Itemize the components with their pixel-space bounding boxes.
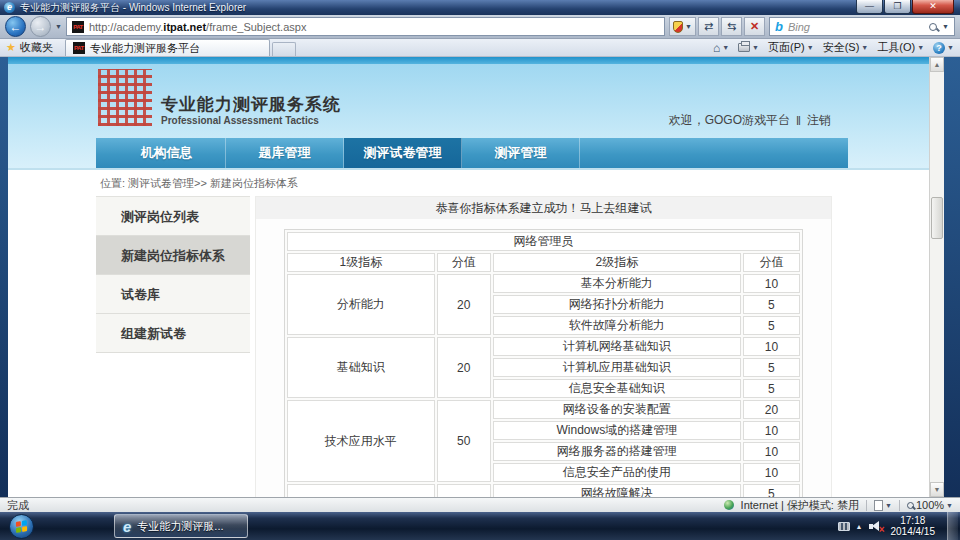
tab-favicon-icon: PAT (73, 42, 85, 54)
search-icon[interactable] (929, 23, 937, 31)
volume-muted-icon[interactable]: × (869, 521, 882, 532)
show-desktop-button[interactable] (947, 512, 958, 540)
level2-score-cell: 5 (743, 358, 800, 377)
page-menu[interactable]: 页面(P)▼ (768, 40, 814, 55)
taskbar: e 专业能力测评服... ▲ × 17:18 2014/4/15 (0, 512, 960, 540)
home-icon: ⌂ (713, 42, 720, 54)
window-titlebar: e 专业能力测评服务平台 - Windows Internet Explorer… (0, 0, 960, 15)
level2-indicator-cell: 信息安全基础知识 (493, 379, 741, 398)
level1-score-cell: 50 (437, 400, 491, 482)
sidebar-item-3[interactable]: 试卷库 (96, 275, 250, 314)
main-panel: 恭喜你指标体系建立成功！马上去组建试 网络管理员1级指标分值2级指标分值分析能力… (255, 196, 832, 497)
level2-score-cell: 10 (743, 421, 800, 440)
site-logo: 专业能力测评服务系统 Professional Assessment Tacti… (98, 69, 341, 126)
site-favicon-icon: PAT (72, 21, 84, 33)
status-divider (899, 500, 900, 511)
level1-indicator-cell: 技术应用水平 (287, 400, 435, 482)
address-bar: ← → ▼ PAT http://academy.itpat.net/frame… (0, 15, 960, 39)
table-row: 分析能力20基本分析能力10 (287, 274, 800, 293)
scroll-down-icon[interactable]: ▼ (930, 482, 944, 497)
taskbar-ie-button[interactable]: e 专业能力测评服... (114, 514, 248, 538)
url-input[interactable]: PAT http://academy.itpat.net/frame_Subje… (66, 17, 665, 36)
forward-button[interactable]: → (30, 16, 51, 37)
level2-indicator-cell: 软件故障分析能力 (493, 316, 741, 335)
web-page: 专业能力测评服务系统 Professional Assessment Tacti… (8, 57, 929, 497)
favorites-button[interactable]: 收藏夹 (20, 40, 53, 55)
help-button[interactable]: ?▼ (933, 42, 954, 54)
sidebar: 测评岗位列表新建岗位指标体系试卷库组建新试卷 (96, 196, 250, 353)
level2-indicator-cell: 网络设备的安装配置 (493, 400, 741, 419)
compatibility-view-button[interactable]: ⇆ (721, 17, 742, 36)
site-header: 专业能力测评服务系统 Professional Assessment Tacti… (8, 64, 929, 138)
logout-link[interactable]: 注销 (807, 112, 831, 129)
maximize-button[interactable]: ❐ (884, 0, 911, 14)
level1-score-cell: 20 (437, 274, 491, 335)
level2-score-cell: 10 (743, 442, 800, 461)
ie-logo-icon: e (4, 2, 15, 13)
security-shield-button[interactable]: ▼ (669, 17, 696, 36)
stop-button[interactable]: ✕ (744, 17, 765, 36)
level2-score-cell: 5 (743, 379, 800, 398)
protected-mode-button[interactable]: ▼ (874, 500, 892, 511)
level2-score-cell: 10 (743, 274, 800, 293)
tools-menu[interactable]: 工具(O)▼ (877, 40, 924, 55)
level2-score-cell: 10 (743, 337, 800, 356)
content-area: 位置: 测评试卷管理>> 新建岗位指标体系 测评岗位列表新建岗位指标体系试卷库组… (8, 168, 929, 497)
url-text: http://academy.itpat.net/frame_Subject.a… (89, 21, 306, 33)
nav-item-2[interactable]: 题库管理 (226, 138, 344, 168)
nav-item-4[interactable]: 测评管理 (462, 138, 580, 168)
level2-indicator-cell: 网络服务器的搭建管理 (493, 442, 741, 461)
tab-bar: ★ 收藏夹 PAT 专业能力测评服务平台 ⌂▼ ▼ 页面(P)▼ 安全(S)▼ … (0, 39, 960, 57)
logo-title: 专业能力测评服务系统 (161, 95, 341, 115)
sidebar-item-1[interactable]: 测评岗位列表 (96, 197, 250, 236)
internet-zone-icon (724, 500, 734, 510)
search-dropdown-icon[interactable]: ▼ (942, 23, 949, 30)
sidebar-item-4[interactable]: 组建新试卷 (96, 314, 250, 353)
level2-score-cell: 20 (743, 400, 800, 419)
nav-item-1[interactable]: 机构信息 (108, 138, 226, 168)
browser-tab[interactable]: PAT 专业能力测评服务平台 (65, 39, 270, 56)
table-header-cell: 分值 (743, 253, 800, 272)
close-button[interactable]: ✕ (912, 0, 954, 14)
page-icon (874, 500, 883, 511)
status-bar: 完成 Internet | 保护模式: 禁用 ▼ 100%▼ (0, 497, 960, 512)
table-row: 应急处理能力10网络故障解决5 (287, 484, 800, 497)
new-tab-button[interactable] (272, 42, 296, 56)
scroll-up-icon[interactable]: ▲ (930, 57, 944, 72)
table-row: 基础知识20计算机网络基础知识10 (287, 337, 800, 356)
table-header-cell: 1级指标 (287, 253, 435, 272)
sidebar-item-2[interactable]: 新建岗位指标体系 (96, 236, 250, 275)
nav-item-3[interactable]: 测评试卷管理 (344, 138, 462, 168)
level1-indicator-cell: 应急处理能力 (287, 484, 435, 497)
scrollbar-thumb[interactable] (931, 197, 943, 239)
tray-expand-icon[interactable]: ▲ (856, 523, 863, 530)
print-button[interactable]: ▼ (738, 43, 759, 52)
home-button[interactable]: ⌂▼ (713, 42, 729, 54)
level2-indicator-cell: 网络故障解决 (493, 484, 741, 497)
search-input[interactable]: b Bing ▼ (769, 17, 955, 36)
minimize-button[interactable]: — (856, 0, 883, 14)
logo-subtitle: Professional Assessment Tactics (161, 115, 341, 126)
zoom-level: 100% (916, 499, 944, 511)
shield-icon (673, 21, 683, 33)
vertical-scrollbar[interactable]: ▲ ▼ (929, 57, 944, 497)
refresh-button[interactable]: ⇄ (698, 17, 719, 36)
print-icon (738, 43, 750, 52)
indicator-table: 网络管理员1级指标分值2级指标分值分析能力20基本分析能力10网络拓扑分析能力5… (284, 229, 803, 497)
table-row: 技术应用水平50网络设备的安装配置20 (287, 400, 800, 419)
browser-viewport: 专业能力测评服务系统 Professional Assessment Tacti… (8, 57, 944, 497)
zone-text: Internet | 保护模式: 禁用 (741, 498, 859, 513)
favorites-star-icon[interactable]: ★ (6, 42, 16, 53)
level2-score-cell: 5 (743, 295, 800, 314)
clock-time: 17:18 (891, 515, 936, 526)
back-button[interactable]: ← (5, 16, 26, 37)
taskbar-clock[interactable]: 17:18 2014/4/15 (891, 515, 936, 537)
zoom-control[interactable]: 100%▼ (907, 499, 953, 511)
level1-indicator-cell: 分析能力 (287, 274, 435, 335)
level2-indicator-cell: 信息安全产品的使用 (493, 463, 741, 482)
language-keyboard-icon[interactable] (838, 522, 850, 531)
level2-score-cell: 5 (743, 316, 800, 335)
history-dropdown-icon[interactable]: ▼ (55, 23, 62, 30)
safety-menu[interactable]: 安全(S)▼ (823, 40, 869, 55)
start-button[interactable] (9, 514, 34, 539)
